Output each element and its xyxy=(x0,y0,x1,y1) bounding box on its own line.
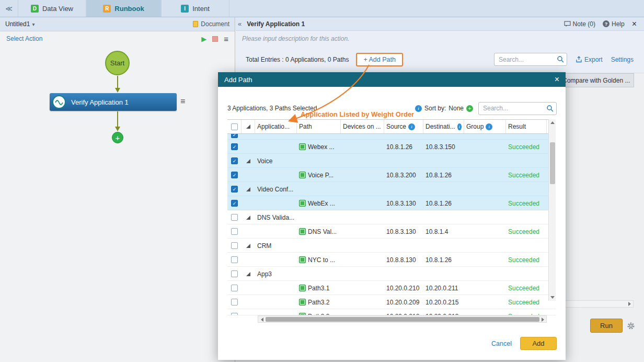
scrollbar-thumb[interactable] xyxy=(550,142,555,184)
row-checkbox[interactable] xyxy=(231,214,238,221)
tab-data-view[interactable]: D Data View xyxy=(18,0,86,17)
info-icon[interactable]: i xyxy=(408,123,415,130)
path-cell xyxy=(297,182,341,196)
add-action-button[interactable]: + xyxy=(112,132,123,143)
application-cell: App3 xyxy=(255,267,297,281)
select-action-link[interactable]: Select Action xyxy=(6,35,42,42)
path-row[interactable]: ✓Webex ...10.8.1.2610.8.3.150Succeeded xyxy=(227,140,556,154)
note-button[interactable]: Note (0) xyxy=(564,20,595,28)
scroll-right-icon[interactable] xyxy=(539,316,546,322)
column-group[interactable]: Groupi xyxy=(464,120,506,133)
path-row[interactable]: NYC to ...10.8.8.13010.8.1.26Succeeded xyxy=(227,253,556,267)
row-checkbox[interactable] xyxy=(231,299,238,306)
row-checkbox[interactable] xyxy=(231,270,238,277)
sort-by-control[interactable]: i Sort by: None + xyxy=(415,105,473,112)
scroll-right-icon[interactable] xyxy=(626,301,633,307)
expand-triangle-icon[interactable] xyxy=(246,159,250,163)
chevron-down-icon[interactable]: ▾ xyxy=(32,21,34,27)
devices-cell xyxy=(341,168,384,182)
column-application[interactable]: Applicatio... xyxy=(255,120,297,133)
dialog-horizontal-scrollbar[interactable] xyxy=(258,315,547,323)
runbook-toolbar: Select Action ▶ ≡ xyxy=(0,31,235,46)
compare-with-golden-tab[interactable]: Compare with Golden ... xyxy=(558,73,634,87)
group-row[interactable]: CRM xyxy=(227,239,556,253)
add-path-button[interactable]: + Add Path xyxy=(356,53,403,66)
path-search xyxy=(494,53,567,66)
search-input[interactable] xyxy=(494,53,567,66)
path-row[interactable]: Path3.310.20.0.21210.20.0.213Succeeded xyxy=(227,309,556,315)
close-panel-icon[interactable]: × xyxy=(632,20,637,28)
start-node[interactable]: Start xyxy=(105,51,130,75)
column-path[interactable]: Path xyxy=(297,120,341,133)
source-cell xyxy=(384,134,423,140)
destination-cell xyxy=(423,239,464,253)
group-row[interactable]: ✓Voice xyxy=(227,154,556,168)
path-row[interactable]: Path3.210.20.0.20910.20.0.215Succeeded xyxy=(227,295,556,309)
row-checkbox[interactable] xyxy=(231,313,238,315)
scroll-down-icon[interactable] xyxy=(549,294,556,301)
row-checkbox[interactable]: ✓ xyxy=(231,200,238,207)
path-row[interactable]: ✓ xyxy=(227,134,556,140)
expand-triangle-icon[interactable] xyxy=(246,187,250,191)
group-row[interactable]: DNS Valida... xyxy=(227,210,556,224)
row-checkbox[interactable] xyxy=(231,256,238,263)
path-row[interactable]: DNS Val...10.8.3.13010.8.1.4Succeeded xyxy=(227,224,556,239)
search-icon[interactable] xyxy=(557,55,564,64)
settings-button[interactable]: Settings xyxy=(611,56,634,63)
action-description-field[interactable]: Please input description for this action… xyxy=(236,31,644,46)
column-devices[interactable]: Devices on ... xyxy=(341,120,384,133)
column-source[interactable]: Sourcei xyxy=(384,120,423,133)
group-row[interactable]: ✓Video Conf... xyxy=(227,182,556,196)
row-checkbox[interactable] xyxy=(231,228,238,235)
action-node-menu-icon[interactable]: ≡ xyxy=(180,97,185,106)
row-checkbox[interactable] xyxy=(231,285,238,291)
dialog-header: Add Path × xyxy=(218,72,566,87)
path-icon xyxy=(299,285,306,291)
document-toggle[interactable]: Document xyxy=(193,20,229,28)
source-cell xyxy=(384,239,423,253)
panel-collapse-icon[interactable]: « xyxy=(238,20,242,28)
runbook-menu-icon[interactable]: ≡ xyxy=(224,35,228,43)
expand-triangle-icon[interactable] xyxy=(246,244,250,248)
row-checkbox[interactable]: ✓ xyxy=(231,157,238,164)
info-icon[interactable]: i xyxy=(486,123,492,130)
row-checkbox[interactable]: ✓ xyxy=(231,134,238,138)
runbook-title[interactable]: Untitled1 xyxy=(5,20,30,28)
stop-icon[interactable] xyxy=(212,36,218,42)
dialog-search-input[interactable] xyxy=(478,102,557,115)
tab-runbook[interactable]: R Runbook xyxy=(86,0,161,17)
vertical-scrollbar[interactable] xyxy=(548,119,556,301)
row-checkbox[interactable]: ✓ xyxy=(231,143,238,150)
export-button[interactable]: Export xyxy=(576,56,603,63)
scroll-up-icon[interactable] xyxy=(549,119,556,126)
run-button[interactable]: Run xyxy=(590,319,623,333)
row-checkbox[interactable]: ✓ xyxy=(231,186,238,193)
expand-triangle-icon[interactable] xyxy=(246,216,250,220)
add-button[interactable]: Add xyxy=(520,337,557,350)
scrollbar-thumb[interactable] xyxy=(266,317,539,322)
path-row[interactable]: ✓WebEx ...10.8.3.13010.8.1.26Succeeded xyxy=(227,196,556,210)
run-settings-gear-icon[interactable] xyxy=(627,322,635,332)
select-all-checkbox[interactable] xyxy=(231,123,238,130)
run-all-icon[interactable]: ▶ xyxy=(201,35,206,43)
action-node-verify-application-1[interactable]: Verify Application 1 xyxy=(50,93,177,111)
source-cell: 10.8.8.130 xyxy=(384,253,423,267)
expand-triangle-icon[interactable] xyxy=(246,272,250,276)
path-row[interactable]: ✓Voice P...10.8.3.20010.8.1.26Succeeded xyxy=(227,168,556,182)
add-sort-icon[interactable]: + xyxy=(466,105,473,112)
dialog-close-icon[interactable]: × xyxy=(555,75,559,84)
collapse-all-icon[interactable]: ≪ xyxy=(0,0,18,17)
info-icon[interactable]: i xyxy=(457,123,462,130)
cancel-button[interactable]: Cancel xyxy=(491,340,512,347)
group-row[interactable]: App3 xyxy=(227,267,556,281)
tab-intent[interactable]: I Intent xyxy=(161,0,229,17)
help-button[interactable]: ? Help xyxy=(603,20,625,28)
column-destination[interactable]: Destinati...i xyxy=(423,120,464,133)
expand-all-icon[interactable] xyxy=(246,125,250,129)
path-row[interactable]: Path3.110.20.0.21010.20.0.211Succeeded xyxy=(227,281,556,295)
search-icon[interactable] xyxy=(546,105,554,114)
scroll-left-icon[interactable] xyxy=(259,316,265,322)
row-checkbox[interactable]: ✓ xyxy=(231,172,238,178)
row-checkbox[interactable] xyxy=(231,242,238,249)
column-result[interactable]: Result xyxy=(506,120,547,133)
